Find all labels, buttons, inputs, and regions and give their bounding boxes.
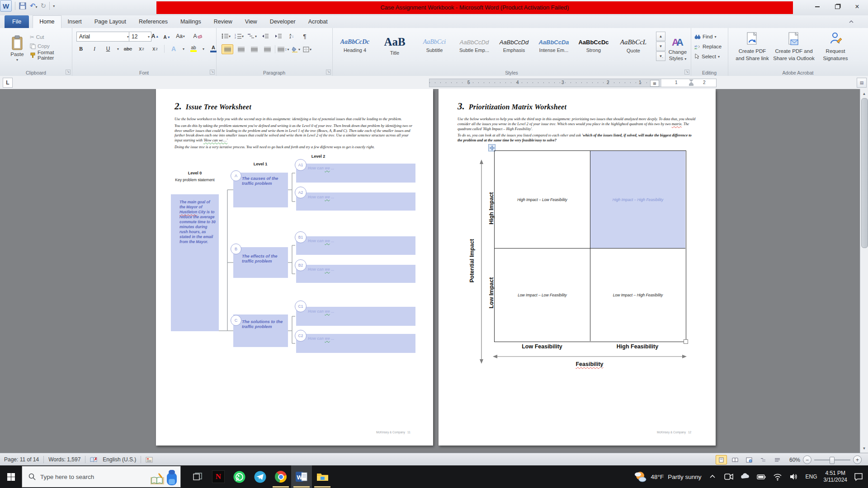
style-quote[interactable]: AaBbCcLQuote [613, 32, 653, 60]
format-painter-button[interactable]: Format Painter [30, 51, 72, 60]
page-12[interactable]: 3.Prioritization Matrix Worksheet Use th… [439, 89, 716, 446]
tab-acrobat[interactable]: Acrobat [302, 15, 334, 28]
web-layout-view-button[interactable] [744, 455, 755, 465]
italic-button[interactable]: I [90, 44, 99, 53]
subscript-button[interactable]: x2 [137, 44, 146, 53]
status-word-count[interactable]: Words: 1,597 [48, 456, 80, 463]
start-button[interactable] [0, 465, 22, 488]
spellcheck-icon[interactable]: ✗ [90, 456, 98, 463]
status-language[interactable]: English (U.S.) [103, 456, 136, 463]
whatsapp-app-icon[interactable] [229, 465, 250, 488]
select-button[interactable]: Select▾ [694, 52, 722, 61]
level0-box[interactable]: The main goal of the Mayor of Hustleton … [171, 194, 219, 331]
create-pdf-share-link-button[interactable]: Create PDFand Share link [731, 32, 773, 61]
clear-formatting-button[interactable]: A [193, 32, 202, 41]
page-11[interactable]: 2.Issue Tree Worksheet Use the below wor… [156, 89, 433, 446]
redo-icon[interactable]: ↻ [41, 2, 47, 10]
styles-dialog-launcher-icon[interactable]: ↘ [684, 70, 689, 75]
borders-button[interactable]: ▾ [303, 45, 312, 54]
styles-more-button[interactable]: ▼̱ [656, 52, 665, 61]
tab-file[interactable]: File [5, 15, 29, 28]
replace-button[interactable]: abac Replace [694, 42, 722, 52]
sort-button[interactable]: AZ↓ [287, 32, 296, 41]
tab-mailings[interactable]: Mailings [174, 15, 208, 28]
styles-scroll-down-button[interactable]: ▼ [656, 42, 665, 51]
tab-references[interactable]: References [132, 15, 174, 28]
bullets-button[interactable]: ▾ [222, 32, 231, 41]
style-subtitle[interactable]: AaBbCciSubtitle [415, 32, 454, 60]
create-pdf-outlook-button[interactable]: Create PDF andShare via Outlook [773, 32, 815, 61]
decrease-indent-button[interactable] [261, 32, 270, 41]
shading-button[interactable]: ▾ [292, 45, 301, 54]
tab-home[interactable]: Home [33, 15, 61, 28]
save-icon[interactable] [19, 2, 27, 10]
netflix-app-icon[interactable]: N [208, 465, 229, 488]
style-intense-emphasis[interactable]: AaBbCcDaIntense Em... [534, 32, 574, 60]
word-taskbar-icon[interactable]: W [291, 465, 312, 488]
scrollbar-thumb[interactable] [861, 98, 868, 248]
strikethrough-button[interactable]: abe [123, 44, 132, 53]
zoom-slider[interactable] [814, 460, 850, 460]
style-emphasis[interactable]: AaBbCcDdEmphasis [494, 32, 534, 60]
align-left-button[interactable] [222, 44, 233, 54]
clipboard-dialog-launcher-icon[interactable]: ↘ [66, 70, 71, 75]
change-styles-button[interactable]: AA Change Styles ▾ [666, 31, 689, 67]
font-dialog-launcher-icon[interactable]: ↘ [210, 70, 215, 75]
macro-record-icon[interactable] [146, 457, 153, 463]
language-indicator[interactable]: ENG [805, 474, 817, 480]
tray-chevron-up-icon[interactable] [708, 472, 717, 482]
paragraph-dialog-launcher-icon[interactable]: ↘ [326, 70, 331, 75]
minimize-ribbon-button[interactable] [846, 18, 856, 26]
style-title[interactable]: AaBTitle [375, 32, 415, 60]
scroll-down-icon[interactable]: ▼ [860, 444, 868, 452]
tab-view[interactable]: View [239, 15, 264, 28]
search-input[interactable]: Type here to search [22, 466, 181, 488]
cut-button[interactable]: ✂Cut [30, 33, 72, 42]
fullscreen-reading-view-button[interactable] [730, 455, 741, 465]
speaker-icon[interactable] [789, 472, 799, 482]
indent-marker[interactable] [689, 80, 693, 86]
style-heading-4[interactable]: AaBbCcDcHeading 4 [335, 32, 375, 60]
zoom-in-button[interactable]: + [853, 455, 862, 464]
align-center-button[interactable] [236, 45, 246, 54]
tab-developer[interactable]: Developer [264, 15, 302, 28]
draft-view-button[interactable] [772, 455, 783, 465]
status-page-count[interactable]: Page: 11 of 14 [4, 456, 39, 463]
print-layout-view-button[interactable] [716, 455, 727, 465]
tab-insert[interactable]: Insert [61, 15, 88, 28]
line-spacing-button[interactable]: ↕▾ [278, 45, 289, 54]
styles-scroll-up-button[interactable]: ▲ [656, 32, 665, 41]
style-strong[interactable]: AaBbCcDcStrong [574, 32, 613, 60]
numbering-button[interactable]: 12▾ [235, 32, 244, 41]
word-app-icon[interactable]: W [0, 0, 12, 12]
increase-indent-button[interactable] [274, 32, 283, 41]
request-signatures-button[interactable]: RequestSignatures [815, 32, 856, 61]
weather-widget[interactable]: 48°F Partly sunny [634, 471, 702, 483]
view-ruler-toggle-button[interactable]: ▤ [857, 78, 867, 88]
superscript-button[interactable]: x2 [151, 44, 160, 53]
find-button[interactable]: Find▾ [694, 32, 722, 42]
highlight-color-button[interactable]: ab [189, 44, 198, 53]
multilevel-list-button[interactable]: ▾ [248, 32, 257, 41]
battery-icon[interactable] [756, 472, 766, 482]
change-case-button[interactable]: Aa▾ [176, 32, 185, 41]
show-paragraph-marks-button[interactable]: ¶ [300, 32, 309, 41]
shrink-font-button[interactable]: A▼ [162, 33, 171, 42]
underline-button[interactable]: U [104, 44, 113, 53]
tab-page-layout[interactable]: Page Layout [88, 15, 132, 28]
tab-review[interactable]: Review [208, 15, 239, 28]
restore-button[interactable] [827, 1, 847, 12]
scroll-up-icon[interactable]: ▲ [860, 89, 868, 98]
align-right-button[interactable] [249, 45, 259, 54]
onedrive-icon[interactable] [740, 472, 750, 482]
style-subtle-emphasis[interactable]: AaBbCcDdSubtle Emp... [454, 32, 494, 60]
justify-button[interactable] [262, 45, 273, 54]
tab-stop-selector[interactable]: L [3, 78, 13, 88]
grow-font-button[interactable]: A▲ [151, 32, 160, 41]
task-view-button[interactable] [187, 465, 208, 488]
undo-icon[interactable]: ↶▾ [30, 2, 38, 10]
zoom-slider-thumb[interactable] [830, 457, 835, 464]
qat-menu-icon[interactable]: ▾ [53, 4, 55, 8]
vertical-scrollbar[interactable]: ▲ ▼ [860, 89, 868, 453]
horizontal-ruler[interactable]: 5 4 3 2 1 ▦ 1 2 [429, 79, 717, 87]
